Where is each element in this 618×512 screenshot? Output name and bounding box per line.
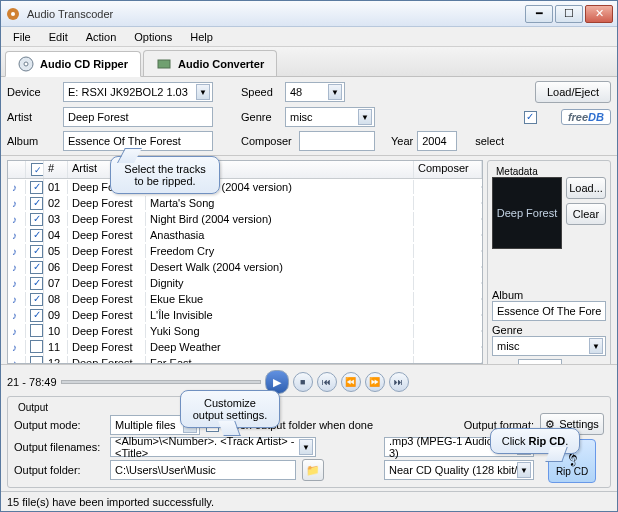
genre-combo[interactable]: misc▼	[285, 107, 375, 127]
track-title: Dignity	[146, 276, 414, 290]
output-folder-input[interactable]	[110, 460, 296, 480]
track-checkbox[interactable]: ✓	[30, 197, 43, 210]
year-label: Year	[391, 135, 413, 147]
svg-point-1	[11, 12, 15, 16]
track-row[interactable]: ♪10Deep ForestYuki Song	[8, 323, 482, 339]
track-composer	[414, 234, 482, 236]
track-row[interactable]: ♪✓05Deep ForestFreedom Cry	[8, 243, 482, 259]
track-row[interactable]: ♪11Deep ForestDeep Weather	[8, 339, 482, 355]
output-filenames-combo[interactable]: <Album>\<Number>. <Track Artist> - <Titl…	[110, 437, 316, 457]
menu-edit[interactable]: Edit	[41, 29, 76, 45]
titlebar: Audio Transcoder ━ ☐ ✕	[1, 1, 617, 27]
track-checkbox[interactable]: ✓	[30, 261, 43, 274]
track-row[interactable]: ♪12Deep ForestFar East	[8, 355, 482, 363]
track-checkbox[interactable]: ✓	[30, 245, 43, 258]
track-row[interactable]: ♪✓02Deep ForestMarta's Song	[8, 195, 482, 211]
meta-album-input[interactable]	[492, 301, 606, 321]
menubar: File Edit Action Options Help	[1, 27, 617, 47]
track-title: Far East	[146, 356, 414, 363]
top-panel: Device E: RSXI JK92BOL2 1.03▼ Speed 48▼ …	[1, 77, 617, 156]
tabbar: Audio CD Ripper Audio Converter	[1, 47, 617, 77]
track-number: 10	[44, 324, 68, 338]
freedb-button[interactable]: freeDB	[561, 109, 611, 125]
track-artist: Deep Forest	[68, 292, 146, 306]
speed-combo[interactable]: 48▼	[285, 82, 345, 102]
callout-select-tracks: Select the tracksto be ripped.	[110, 156, 220, 194]
clear-metadata-button[interactable]: Clear	[566, 203, 606, 225]
track-number: 08	[44, 292, 68, 306]
minimize-button[interactable]: ━	[525, 5, 553, 23]
track-composer	[414, 346, 482, 348]
converter-icon	[156, 56, 172, 72]
year-input[interactable]	[417, 131, 457, 151]
menu-file[interactable]: File	[5, 29, 39, 45]
select-all-checkbox[interactable]: ✓	[31, 163, 44, 176]
load-metadata-button[interactable]: Load...	[566, 177, 606, 199]
tab-cd-ripper[interactable]: Audio CD Ripper	[5, 51, 141, 77]
track-row[interactable]: ♪✓01Deep ForestSweet Lullaby (2004 versi…	[8, 179, 482, 195]
track-title: L'Île Invisible	[146, 308, 414, 322]
forward-button[interactable]: ⏩	[365, 372, 385, 392]
output-quality-combo[interactable]: Near CD Quality (128 kbit/s)▼	[384, 460, 534, 480]
col-number[interactable]: #	[44, 161, 68, 178]
composer-input[interactable]	[299, 131, 375, 151]
device-combo[interactable]: E: RSXI JK92BOL2 1.03▼	[63, 82, 213, 102]
note-icon: ♪	[12, 214, 17, 225]
track-row[interactable]: ♪✓03Deep ForestNight Bird (2004 version)	[8, 211, 482, 227]
menu-options[interactable]: Options	[126, 29, 180, 45]
track-checkbox[interactable]: ✓	[30, 213, 43, 226]
artist-input[interactable]	[63, 107, 213, 127]
track-checkbox[interactable]: ✓	[30, 309, 43, 322]
select-checkbox[interactable]: ✓	[524, 111, 537, 124]
rewind-button[interactable]: ⏪	[341, 372, 361, 392]
genre-label: Genre	[241, 111, 281, 123]
track-row[interactable]: ♪✓09Deep ForestL'Île Invisible	[8, 307, 482, 323]
stop-button[interactable]: ■	[293, 372, 313, 392]
playbar: 21 - 78:49 ▶ ■ ⏮ ⏪ ⏩ ⏭	[7, 368, 611, 396]
track-checkbox[interactable]: ✓	[30, 229, 43, 242]
track-checkbox[interactable]: ✓	[30, 181, 43, 194]
track-artist: Deep Forest	[68, 228, 146, 242]
track-row[interactable]: ♪✓04Deep ForestAnasthasia	[8, 227, 482, 243]
track-checkbox[interactable]	[30, 356, 43, 364]
track-list-body[interactable]: ♪✓01Deep ForestSweet Lullaby (2004 versi…	[8, 179, 482, 363]
cd-icon	[18, 56, 34, 72]
maximize-button[interactable]: ☐	[555, 5, 583, 23]
track-row[interactable]: ♪✓06Deep ForestDesert Walk (2004 version…	[8, 259, 482, 275]
track-number: 03	[44, 212, 68, 226]
track-checkbox[interactable]	[30, 340, 43, 353]
track-number: 11	[44, 340, 68, 354]
tab-audio-converter[interactable]: Audio Converter	[143, 50, 277, 76]
track-number: 06	[44, 260, 68, 274]
track-title: Desert Walk (2004 version)	[146, 260, 414, 274]
track-number: 04	[44, 228, 68, 242]
browse-folder-button[interactable]: 📁	[302, 459, 324, 481]
load-eject-button[interactable]: Load/Eject	[535, 81, 611, 103]
track-row[interactable]: ♪✓07Deep ForestDignity	[8, 275, 482, 291]
close-button[interactable]: ✕	[585, 5, 613, 23]
album-cover[interactable]: Deep Forest	[492, 177, 562, 249]
note-icon: ♪	[12, 246, 17, 257]
track-row[interactable]: ♪✓08Deep ForestEkue Ekue	[8, 291, 482, 307]
track-checkbox[interactable]	[30, 324, 43, 337]
window-title: Audio Transcoder	[27, 8, 525, 20]
seek-slider[interactable]	[61, 380, 261, 384]
next-button[interactable]: ⏭	[389, 372, 409, 392]
output-mode-label: Output mode:	[14, 419, 104, 431]
note-icon: ♪	[12, 342, 17, 353]
device-label: Device	[7, 86, 59, 98]
prev-button[interactable]: ⏮	[317, 372, 337, 392]
track-position: 21 - 78:49	[7, 376, 57, 388]
track-number: 07	[44, 276, 68, 290]
note-icon: ♪	[12, 326, 17, 337]
metadata-heading: Metadata	[492, 166, 542, 177]
track-composer	[414, 298, 482, 300]
menu-action[interactable]: Action	[78, 29, 125, 45]
meta-genre-combo[interactable]: misc▼	[492, 336, 606, 356]
col-composer[interactable]: Composer	[414, 161, 482, 178]
menu-help[interactable]: Help	[182, 29, 221, 45]
chevron-down-icon: ▼	[196, 84, 210, 100]
track-checkbox[interactable]: ✓	[30, 293, 43, 306]
track-checkbox[interactable]: ✓	[30, 277, 43, 290]
note-icon: ♪	[12, 262, 17, 273]
